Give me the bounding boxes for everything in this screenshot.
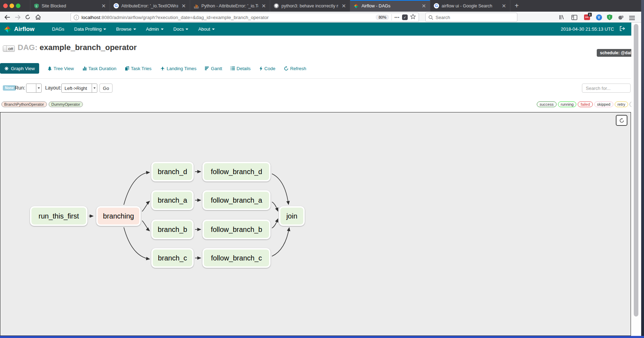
browser-search-bar[interactable]: Search (425, 13, 517, 22)
chevron-down-icon (92, 84, 97, 92)
extension-badge: 1 (588, 13, 591, 17)
run-select[interactable] (26, 84, 42, 93)
tab-title: airflow ui - Google Search (442, 4, 498, 8)
nav-item-browse[interactable]: Browse (111, 23, 141, 36)
browser-tab-airflow-dags[interactable]: Airflow - DAGs ✕ (350, 0, 430, 12)
operator-badge-BranchPythonOperator: BranchPythonOperator (1, 102, 47, 107)
svg-text:£: £ (609, 15, 610, 19)
search-icon (429, 15, 433, 20)
nav-item-data-profiling[interactable]: Data Profiling (69, 23, 111, 36)
tree-icon (48, 66, 52, 71)
bookmark-star-icon[interactable] (410, 14, 416, 21)
tab-tree-view[interactable]: Tree View (48, 66, 74, 71)
forward-icon[interactable] (13, 12, 23, 22)
menu-icon[interactable] (629, 13, 639, 22)
tab-title: python3: behave incorrectly mo (281, 4, 338, 8)
tab-task-duration[interactable]: Task Duration (83, 66, 116, 71)
toggle-knob (3, 46, 7, 51)
dag-node-follow_branch_d[interactable]: follow_branch_d (202, 162, 271, 182)
dag-node-run_this_first[interactable]: run_this_first (30, 206, 87, 226)
airflow-navbar: Airflow DAGs Data Profiling Browse Admin… (0, 23, 631, 36)
chevron-down-icon (103, 29, 106, 30)
google-favicon-icon: G (113, 3, 119, 9)
layout-select[interactable]: Left->Right (61, 84, 97, 93)
dag-graph-panel: run_this_firstbranchingbranch_dfollow_br… (0, 112, 631, 336)
dag-node-branch_b[interactable]: branch_b (151, 220, 194, 239)
home-icon[interactable] (33, 12, 43, 22)
new-tab-icon[interactable]: + (512, 1, 522, 11)
tab-details[interactable]: Details (231, 66, 251, 71)
airflow-brand[interactable]: Airflow (0, 25, 35, 33)
status-badge-skipped: skipped (594, 102, 613, 107)
tab-refresh[interactable]: Refresh (284, 66, 306, 71)
graph-refresh-button[interactable] (616, 115, 627, 126)
window-close-button[interactable] (3, 4, 8, 8)
browser-tab-python-attributeerror[interactable]: Python - AttributeError: '_io.Tex ✕ (190, 0, 270, 12)
dag-node-follow_branch_c[interactable]: follow_branch_c (202, 248, 271, 268)
page-scrollbar[interactable] (631, 23, 641, 336)
run-label: Run: (15, 85, 25, 91)
zoom-level-badge[interactable]: 80% (376, 14, 389, 20)
sidebar-toggle-icon[interactable] (569, 13, 579, 22)
nav-item-dags[interactable]: DAGs (47, 23, 69, 36)
nav-item-about[interactable]: About (193, 23, 220, 36)
back-icon[interactable] (2, 12, 12, 22)
window-minimize-button[interactable] (10, 4, 14, 8)
browser-tab-site-blocked[interactable]: £ Site Blocked ✕ (30, 0, 110, 12)
url-bar[interactable]: i localhost:8080/admin/airflow/graph?exe… (71, 13, 419, 22)
dag-node-branching[interactable]: branching (96, 206, 141, 226)
tab-close-icon[interactable]: ✕ (181, 3, 187, 8)
dag-node-follow_branch_a[interactable]: follow_branch_a (202, 190, 271, 210)
nav-item-admin[interactable]: Admin (141, 23, 169, 36)
dag-pause-toggle[interactable]: Off (3, 45, 15, 52)
nav-item-docs[interactable]: Docs (169, 23, 194, 36)
browser-toolbar: i localhost:8080/admin/airflow/graph?exe… (0, 12, 641, 23)
duplicate-icon (125, 66, 129, 71)
tab-code[interactable]: Code (259, 66, 275, 71)
dag-node-branch_a[interactable]: branch_a (151, 190, 194, 210)
utc-clock: 2018-04-30 21:55:13 UTC (561, 26, 614, 32)
green-shield-extension-icon[interactable]: £ (604, 13, 614, 22)
edge-follow_branch_b-to-join (272, 219, 278, 228)
layout-label: Layout: (45, 85, 61, 91)
page-actions-icon[interactable]: ••• (394, 15, 400, 19)
dag-search-input[interactable] (582, 84, 631, 93)
logout-icon[interactable] (620, 26, 625, 32)
dag-node-branch_d[interactable]: branch_d (151, 162, 194, 182)
adblock-extension-icon[interactable]: •••1 (582, 13, 592, 22)
brand-name: Airflow (14, 26, 35, 33)
tab-title: Python - AttributeError: '_io.Tex (201, 4, 258, 8)
browser-tab-attributeerror[interactable]: G AttributeError: '_io.TextIOWrapp ✕ (110, 0, 190, 12)
tab-task-tries[interactable]: Task Tries (125, 66, 152, 71)
ghostery-extension-icon[interactable] (616, 13, 626, 22)
go-button[interactable]: Go (99, 84, 113, 93)
edge-follow_branch_c-to-join (272, 228, 289, 256)
tab-gantt[interactable]: Gantt (205, 66, 222, 71)
dag-node-join[interactable]: join (279, 206, 305, 226)
scrollbar-thumb[interactable] (634, 24, 638, 317)
graph-view-icon (4, 66, 9, 71)
window-zoom-button[interactable] (16, 4, 20, 8)
svg-text:G: G (115, 4, 118, 8)
tab-graph-view[interactable]: Graph View (0, 63, 39, 74)
tab-close-icon[interactable]: ✕ (341, 3, 347, 8)
bookmark-saved-icon[interactable]: ✓ (402, 14, 408, 20)
tab-title: Site Blocked (42, 4, 98, 8)
none-badge: None (3, 85, 16, 91)
browser-tab-github[interactable]: python3: behave incorrectly mo ✕ (270, 0, 350, 12)
reload-icon[interactable] (23, 12, 32, 22)
tab-close-icon[interactable]: ✕ (421, 3, 427, 8)
edge-follow_branch_d-to-join (272, 174, 288, 204)
dag-node-follow_branch_b[interactable]: follow_branch_b (202, 220, 271, 239)
library-icon[interactable] (557, 13, 566, 22)
view-tabs: Graph View Tree View Task Duration Task … (0, 63, 306, 74)
tab-close-icon[interactable]: ✕ (501, 3, 507, 8)
status-badge-success: success (537, 102, 557, 107)
browser-tab-airflow-ui-search[interactable]: G airflow ui - Google Search ✕ (430, 0, 510, 12)
tab-close-icon[interactable]: ✕ (261, 3, 267, 8)
blue-extension-icon[interactable]: V (594, 13, 604, 22)
tab-landing-times[interactable]: Landing Times (160, 66, 197, 71)
tab-close-icon[interactable]: ✕ (101, 3, 107, 8)
site-info-icon[interactable]: i (74, 15, 79, 20)
dag-node-branch_c[interactable]: branch_c (151, 248, 194, 268)
